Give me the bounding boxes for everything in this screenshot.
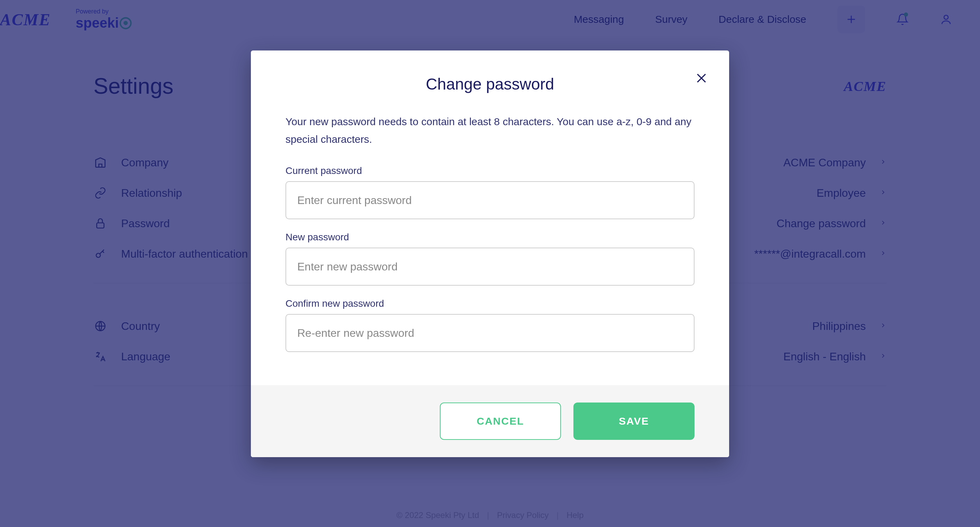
field-current-password: Current password	[285, 165, 695, 219]
field-label: New password	[285, 232, 695, 243]
modal-footer: CANCEL SAVE	[251, 385, 729, 457]
modal-body: Change password Your new password needs …	[251, 51, 729, 385]
field-label: Current password	[285, 165, 695, 176]
current-password-input[interactable]	[285, 181, 695, 219]
close-button[interactable]	[693, 70, 710, 86]
modal-help-text: Your new password needs to contain at le…	[285, 113, 695, 148]
modal-title: Change password	[285, 75, 695, 94]
modal-overlay[interactable]: Change password Your new password needs …	[0, 0, 980, 527]
field-label: Confirm new password	[285, 298, 695, 309]
cancel-button[interactable]: CANCEL	[440, 403, 561, 440]
close-icon	[695, 71, 708, 85]
field-new-password: New password	[285, 232, 695, 286]
confirm-password-input[interactable]	[285, 314, 695, 352]
field-confirm-password: Confirm new password	[285, 298, 695, 352]
new-password-input[interactable]	[285, 248, 695, 286]
save-button[interactable]: SAVE	[573, 403, 695, 440]
change-password-modal: Change password Your new password needs …	[251, 51, 729, 457]
